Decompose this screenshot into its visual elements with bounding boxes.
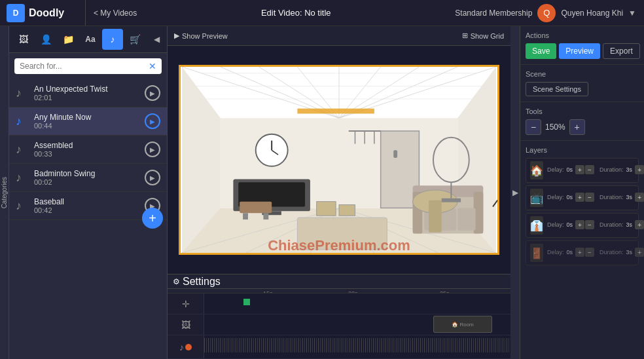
track-row-move: ✛ [168, 293, 510, 314]
folder-icon[interactable]: 📁 [58, 29, 79, 50]
export-button[interactable]: Export [603, 43, 640, 59]
preview-button[interactable]: Preview [559, 43, 600, 59]
actions-title: Actions [526, 31, 639, 39]
timeline-tracks: ✛ 🖼 🏠 Room [168, 293, 510, 359]
track-row-scene: 🖼 🏠 Room [168, 314, 510, 335]
play-icon: ▶ [174, 31, 179, 40]
image-icon[interactable]: 🖼 [13, 29, 34, 50]
music-info: An Unexpected Twist 02:01 [34, 85, 139, 102]
track-controls-scene: 🖼 [168, 314, 204, 335]
collapse-panel-icon[interactable]: ◀ [150, 33, 163, 46]
delay-increase-button[interactable]: + [575, 165, 584, 174]
svg-rect-37 [263, 213, 268, 219]
duration-increase-button[interactable]: + [635, 193, 644, 202]
delay-increase-button[interactable]: + [575, 248, 584, 257]
music-info: Any Minute Now 00:44 [34, 113, 139, 130]
person-icon[interactable]: 👤 [35, 29, 56, 50]
music-duration: 00:33 [34, 150, 139, 158]
left-panel: 🖼 👤 📁 Aa ♪ 🛒 ◀ ✕ ♪ An Unexpected Twist 0… [9, 26, 168, 359]
duration-increase-button[interactable]: + [635, 248, 644, 257]
music-info: Baseball 00:42 [34, 197, 139, 214]
cart-icon[interactable]: 🛒 [124, 29, 145, 50]
track-row-audio: ♪ [168, 335, 510, 359]
svg-rect-46 [429, 200, 442, 233]
right-panel-toggle[interactable]: ▶ [510, 26, 520, 359]
duration-increase-button[interactable]: + [635, 165, 644, 174]
delay-label: Delay: [547, 194, 564, 200]
search-bar: ✕ [14, 58, 162, 74]
music-icon[interactable]: ♪ [102, 29, 123, 50]
delay-decrease-button[interactable]: − [585, 220, 594, 229]
music-play-button[interactable]: ▶ [145, 113, 160, 129]
music-info: Badminton Swing 00:02 [34, 169, 139, 186]
user-area: Standard Membership Q Quyen Hoang Khi ▼ [447, 4, 644, 22]
show-grid-button[interactable]: ⊞ Show Grid [462, 31, 504, 40]
save-button[interactable]: Save [526, 43, 556, 59]
right-panel: Actions Save Preview Export Scene Scene … [520, 26, 644, 359]
user-avatar[interactable]: Q [537, 4, 556, 22]
zoom-level: 150% [545, 123, 565, 132]
scene-settings-button[interactable]: Scene Settings [526, 82, 588, 96]
music-play-button[interactable]: ▶ [145, 170, 160, 185]
scene-section: Scene Scene Settings [520, 64, 644, 102]
zoom-out-button[interactable]: − [526, 119, 541, 135]
layers-section: Layers 🏠 Delay: 0s + − Duration: 3s [520, 140, 644, 273]
my-videos-button[interactable]: < My Videos [85, 0, 145, 26]
delay-val: 0s [567, 194, 573, 200]
list-item[interactable]: ♪ An Unexpected Twist 02:01 ▶ [9, 79, 167, 107]
user-dropdown-icon[interactable]: ▼ [628, 9, 636, 18]
timeline-area: ⚙ Settings 15s 20s 25s 30s 35s ✛ [168, 274, 510, 359]
action-buttons: Save Preview Export [526, 43, 639, 59]
add-music-button[interactable]: + [142, 208, 163, 229]
music-note-icon: ♪ [16, 199, 29, 213]
show-preview-button[interactable]: ▶ Show Preview [174, 31, 228, 40]
duration-increase-button[interactable]: + [635, 220, 644, 229]
search-clear-icon[interactable]: ✕ [149, 61, 156, 71]
list-item[interactable]: ♪ Any Minute Now 00:44 ▶ [9, 107, 167, 136]
track-controls-move: ✛ [168, 293, 204, 314]
music-list: ♪ An Unexpected Twist 02:01 ▶ ♪ Any Minu… [9, 79, 167, 359]
music-name: An Unexpected Twist [34, 85, 139, 94]
layer-controls: Delay: 0s + − Duration: 3s + − [547, 193, 644, 203]
music-play-button[interactable]: ▶ [145, 142, 160, 157]
music-duration: 00:44 [34, 122, 139, 130]
canvas-wrapper: ChiasePremium.com [168, 46, 510, 274]
text-icon[interactable]: Aa [80, 29, 101, 50]
waveform-display [204, 338, 510, 352]
tools-section: Tools − 150% + [520, 102, 644, 140]
list-item[interactable]: ♪ Assembled 00:33 ▶ [9, 136, 167, 164]
delay-val: 0s [567, 166, 573, 173]
canvas-toolbar: ▶ Show Preview ⊞ Show Grid [168, 26, 510, 46]
svg-rect-24 [393, 150, 397, 158]
edit-title: Edit Video: No title [145, 8, 447, 18]
track-content-scene: 🏠 Room [204, 314, 510, 335]
duration-stepper: + − [635, 165, 644, 174]
music-note-icon: ♪ [16, 86, 29, 100]
search-input[interactable] [20, 62, 146, 71]
track-controls-audio: ♪ [168, 335, 204, 358]
list-item[interactable]: ♪ Baseball 00:42 ▶ + [9, 192, 167, 220]
layer-thumbnail: 🚪 [530, 244, 543, 262]
image-track-icon[interactable]: 🖼 [181, 320, 190, 330]
delay-decrease-button[interactable]: − [585, 165, 594, 174]
delay-increase-button[interactable]: + [575, 220, 584, 229]
delay-increase-button[interactable]: + [575, 193, 584, 202]
delay-decrease-button[interactable]: − [585, 248, 594, 257]
music-play-button[interactable]: ▶ [145, 85, 160, 101]
layer-item: 🏠 Delay: 0s + − Duration: 3s + − [526, 158, 639, 183]
categories-tab[interactable]: Categories [0, 26, 9, 359]
playhead-marker [243, 299, 250, 305]
delay-decrease-button[interactable]: − [585, 193, 594, 202]
music-note-icon: ♪ [16, 115, 29, 128]
move-icon[interactable]: ✛ [182, 299, 190, 309]
layer-item: 👔 Delay: 0s + − Duration: 3s + − [526, 213, 639, 238]
canvas-area: ▶ Show Preview ⊞ Show Grid [168, 26, 510, 359]
show-preview-label: Show Preview [182, 32, 228, 40]
zoom-in-button[interactable]: + [569, 119, 585, 135]
music-duration: 00:02 [34, 178, 139, 186]
user-name: Quyen Hoang Khi [561, 9, 623, 18]
svg-rect-12 [297, 109, 374, 114]
layer-controls: Delay: 0s + − Duration: 3s + − [547, 165, 644, 176]
svg-rect-38 [297, 217, 387, 250]
list-item[interactable]: ♪ Badminton Swing 00:02 ▶ [9, 164, 167, 192]
